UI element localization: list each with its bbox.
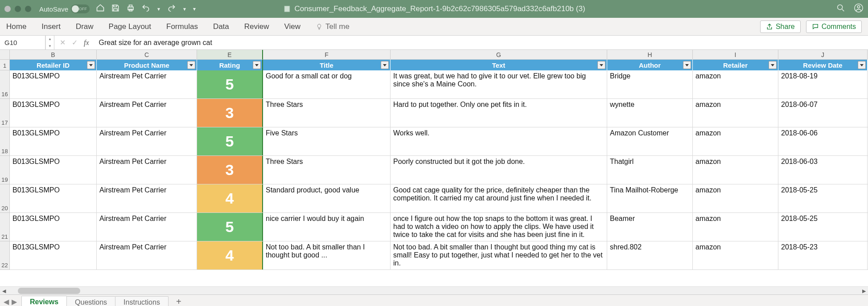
cell-product-name[interactable]: Airstream Pet Carrier	[97, 127, 197, 155]
enter-icon[interactable]: ✓	[72, 38, 78, 47]
cell-retailer-id[interactable]: B013GLSMPO	[10, 184, 97, 212]
col-header-F[interactable]: F	[263, 50, 391, 60]
undo-dropdown-icon[interactable]: ▼	[156, 7, 161, 12]
cell-review-date[interactable]: 2018-05-25	[778, 184, 868, 212]
cell-title[interactable]: nice carrier I would buy it again	[263, 213, 391, 241]
header-rating[interactable]: Rating	[197, 60, 263, 70]
sheet-tab-reviews[interactable]: Reviews	[21, 296, 67, 306]
cell-retailer-id[interactable]: B013GLSMPO	[10, 156, 97, 184]
cell-title[interactable]: Not too bad. A bit smaller than I though…	[263, 241, 391, 269]
col-header-B[interactable]: B	[10, 50, 97, 60]
col-header-G[interactable]: G	[391, 50, 607, 60]
cell-retailer[interactable]: amazon	[693, 241, 778, 269]
cell-rating[interactable]: 4	[197, 184, 263, 212]
cell-title[interactable]: Three Stars	[263, 156, 391, 184]
filter-icon[interactable]	[187, 61, 195, 69]
ribbon-tab-insert[interactable]: Insert	[41, 22, 61, 31]
cell-text[interactable]: Hard to put together. Only one pet fits …	[391, 99, 607, 127]
filter-icon[interactable]	[683, 61, 691, 69]
minimize-window-button[interactable]	[15, 6, 21, 12]
row-header[interactable]: 20	[0, 184, 10, 213]
cell-review-date[interactable]: 2018-06-07	[778, 99, 868, 127]
search-icon[interactable]	[836, 3, 846, 15]
cell-title[interactable]: Good for a small cat or dog	[263, 70, 391, 98]
cell-review-date[interactable]: 2018-05-23	[778, 241, 868, 269]
name-box[interactable]: G10	[0, 36, 45, 49]
header-retailer-id[interactable]: Retailer ID	[10, 60, 97, 70]
cell-title[interactable]: Standard product, good value	[263, 184, 391, 212]
col-header-J[interactable]: J	[778, 50, 868, 60]
cell-author[interactable]: Tina Mailhot-Roberge	[607, 184, 693, 212]
header-author[interactable]: Author	[607, 60, 693, 70]
row-header[interactable]: 19	[0, 156, 10, 184]
horizontal-scrollbar[interactable]: ◀ ▶	[0, 286, 868, 294]
cell-text[interactable]: It was great, but we had to give it to o…	[391, 70, 607, 98]
print-icon[interactable]	[126, 4, 135, 14]
cell-retailer[interactable]: amazon	[693, 127, 778, 155]
cell-text[interactable]: Not too bad. A bit smaller than I though…	[391, 241, 607, 269]
cell-text[interactable]: Good cat cage quality for the price, def…	[391, 184, 607, 212]
cell-product-name[interactable]: Airstream Pet Carrier	[97, 213, 197, 241]
ribbon-tab-page-layout[interactable]: Page Layout	[109, 22, 151, 31]
cell-retailer-id[interactable]: B013GLSMPO	[10, 213, 97, 241]
cell-retailer-id[interactable]: B013GLSMPO	[10, 99, 97, 127]
cell-retailer-id[interactable]: B013GLSMPO	[10, 127, 97, 155]
cell-title[interactable]: Three Stars	[263, 99, 391, 127]
cancel-icon[interactable]: ✕	[60, 38, 66, 47]
cell-retailer[interactable]: amazon	[693, 99, 778, 127]
cell-review-date[interactable]: 2018-08-19	[778, 70, 868, 98]
header-text[interactable]: Text	[391, 60, 607, 70]
cell-author[interactable]: Beamer	[607, 213, 693, 241]
scroll-right-icon[interactable]: ▶	[860, 287, 868, 295]
cell-product-name[interactable]: Airstream Pet Carrier	[97, 70, 197, 98]
qat-customize-icon[interactable]: ▾	[193, 6, 196, 12]
maximize-window-button[interactable]	[25, 6, 31, 12]
col-header-I[interactable]: I	[693, 50, 778, 60]
scrollbar-thumb[interactable]	[18, 288, 80, 294]
share-button[interactable]: Share	[760, 20, 801, 33]
cell-product-name[interactable]: Airstream Pet Carrier	[97, 99, 197, 127]
row-header[interactable]: 21	[0, 213, 10, 241]
autosave-toggle[interactable]: AutoSave OFF	[39, 4, 90, 13]
cell-rating[interactable]: 4	[197, 241, 263, 269]
cell-review-date[interactable]: 2018-06-06	[778, 127, 868, 155]
cell-text[interactable]: Works well.	[391, 127, 607, 155]
cell-rating[interactable]: 5	[197, 213, 263, 241]
fx-icon[interactable]: fx	[84, 39, 89, 47]
cell-author[interactable]: Bridge	[607, 70, 693, 98]
cell-review-date[interactable]: 2018-05-25	[778, 213, 868, 241]
cell-product-name[interactable]: Airstream Pet Carrier	[97, 156, 197, 184]
col-header-H[interactable]: H	[607, 50, 693, 60]
ribbon-tab-review[interactable]: Review	[244, 22, 269, 31]
sheet-nav-next-icon[interactable]: ▶	[12, 298, 17, 306]
header-product-name[interactable]: Product Name	[97, 60, 197, 70]
cell-retailer[interactable]: amazon	[693, 156, 778, 184]
cell-retailer[interactable]: amazon	[693, 213, 778, 241]
cell-text[interactable]: Poorly constructed but it got the job do…	[391, 156, 607, 184]
sheet-nav-prev-icon[interactable]: ◀	[4, 298, 9, 306]
undo-icon[interactable]	[141, 4, 150, 14]
header-retailer[interactable]: Retailer	[693, 60, 778, 70]
scroll-left-icon[interactable]: ◀	[0, 287, 8, 295]
comments-button[interactable]: Comments	[806, 20, 862, 33]
filter-icon[interactable]	[769, 61, 777, 69]
add-sheet-button[interactable]: +	[173, 297, 185, 306]
ribbon-tab-view[interactable]: View	[284, 22, 301, 31]
cell-author[interactable]: shred.802	[607, 241, 693, 269]
sheet-tab-instructions[interactable]: Instructions	[115, 296, 169, 306]
cell-retailer-id[interactable]: B013GLSMPO	[10, 241, 97, 269]
row-header[interactable]: 17	[0, 99, 10, 127]
account-icon[interactable]	[854, 3, 864, 15]
redo-dropdown-icon[interactable]: ▼	[182, 7, 187, 12]
cell-text[interactable]: once I figure out how the top snaps to t…	[391, 213, 607, 241]
cell-review-date[interactable]: 2018-06-03	[778, 156, 868, 184]
filter-icon[interactable]	[597, 61, 605, 69]
ribbon-tab-data[interactable]: Data	[213, 22, 229, 31]
col-header-E[interactable]: E	[197, 50, 263, 60]
formula-input[interactable]	[95, 36, 868, 49]
close-window-button[interactable]	[4, 6, 11, 12]
ribbon-tab-formulas[interactable]: Formulas	[166, 22, 198, 31]
filter-icon[interactable]	[87, 61, 95, 69]
sheet-tab-questions[interactable]: Questions	[66, 296, 115, 306]
cell-retailer-id[interactable]: B013GLSMPO	[10, 70, 97, 98]
